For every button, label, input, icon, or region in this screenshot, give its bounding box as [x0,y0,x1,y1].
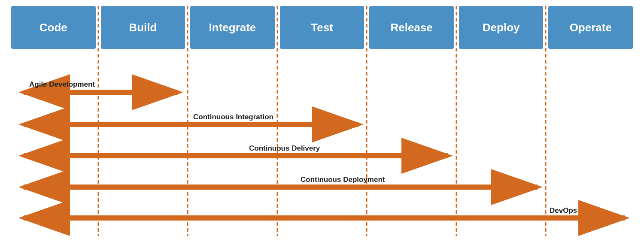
diagram: Code Build Integrate Test Release Deploy… [0,0,644,242]
cdeploy-label: Continuous Deployment [301,175,385,184]
devops-label: DevOps [550,206,577,215]
cdel-label: Continuous Delivery [249,144,320,152]
ci-label: Continuous Integration [193,113,273,121]
arrows-svg: Agile Development Continuous Integration… [0,0,644,242]
agile-label: Agile Development [29,80,95,88]
